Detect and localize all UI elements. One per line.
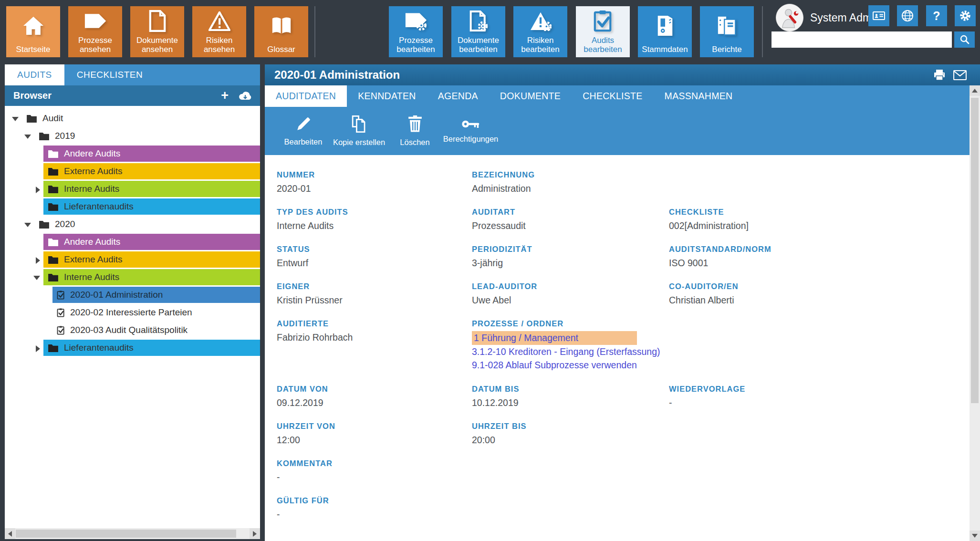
tree-node-andere-audits-2019[interactable]: Andere Audits — [5, 146, 260, 163]
help-icon[interactable]: ? — [926, 5, 947, 26]
nav-dokumente-bearbeiten-button[interactable]: Dokumente bearbeiten — [451, 6, 505, 57]
nav-berichte-button[interactable]: Berichte — [700, 6, 754, 57]
nav-label: Risiken bearbeiten — [513, 36, 567, 54]
tree-node-2019[interactable]: 2019 — [5, 128, 260, 146]
topbar-divider — [762, 6, 763, 57]
field-value: Entwurf — [277, 257, 472, 270]
expand-arrow-icon[interactable] — [33, 276, 40, 280]
add-icon[interactable]: + — [221, 89, 229, 102]
id-card-icon[interactable] — [868, 5, 889, 26]
browser-header: Browser + — [5, 85, 260, 106]
nav-glossar-button[interactable]: Glossar — [254, 6, 308, 57]
nav-risiken-ansehen-button[interactable]: Risiken ansehen — [192, 6, 246, 57]
folder-icon — [48, 185, 59, 193]
field-label: AUDITSTANDARD/NORM — [669, 244, 970, 254]
field-row: UHRZEIT VON 12:00 UHRZEIT BIS 20:00 — [277, 421, 970, 447]
top-bar: Startseite Prozesse ansehen Dokumente an… — [0, 0, 980, 63]
nav-prozesse-ansehen-button[interactable]: Prozesse ansehen — [68, 6, 122, 57]
tree-node-externe-audits-2019[interactable]: Externe Audits — [5, 163, 260, 181]
glossary-book-icon — [254, 6, 308, 45]
tree-node-audit[interactable]: Audit — [5, 110, 260, 128]
expand-arrow-icon[interactable] — [36, 187, 40, 193]
field-value: Administration — [472, 182, 669, 195]
expand-arrow-icon[interactable] — [36, 257, 40, 264]
kopie-erstellen-button[interactable]: Kopie erstellen — [331, 107, 387, 155]
scrollbar-thumb[interactable] — [16, 530, 236, 538]
nav-prozesse-bearbeiten-button[interactable]: Prozesse bearbeiten — [389, 6, 443, 57]
expand-arrow-icon[interactable] — [12, 117, 19, 121]
tab-dokumente[interactable]: DOKUMENTE — [489, 85, 572, 107]
settings-gear-icon[interactable] — [955, 5, 976, 26]
risk-warning-icon — [192, 6, 246, 36]
tree-node-2020[interactable]: 2020 — [5, 216, 260, 234]
folder-icon — [48, 202, 59, 211]
mail-icon[interactable] — [953, 70, 967, 80]
main-vertical-scrollbar[interactable] — [970, 85, 980, 541]
scroll-down-button[interactable] — [970, 531, 980, 541]
globe-icon[interactable] — [897, 5, 918, 26]
nav-risiken-bearbeiten-button[interactable]: Risiken bearbeiten — [513, 6, 567, 57]
tab-kenndaten[interactable]: KENNDATEN — [347, 85, 427, 107]
nav-label: Prozesse ansehen — [68, 36, 122, 54]
folder-icon — [48, 343, 59, 352]
tab-auditdaten[interactable]: AUDITDATEN — [265, 85, 347, 107]
tree-node-lieferantenaudits-2019[interactable]: Lieferantenaudits — [5, 198, 260, 216]
expand-arrow-icon[interactable] — [36, 345, 40, 352]
audit-item-icon — [57, 308, 65, 318]
process-link[interactable]: 3.1.2-10 Kreditoren - Eingang (Ersterfas… — [472, 345, 660, 359]
tree-item-2020-03-audit-qualitaetspolitik[interactable]: 2020-03 Audit Qualitätspolitik — [5, 322, 260, 340]
tree-node-interne-audits-2019[interactable]: Interne Audits — [5, 181, 260, 198]
binder-icon — [638, 6, 692, 45]
tab-checkliste[interactable]: CHECKLISTE — [572, 85, 653, 107]
user-avatar[interactable] — [776, 4, 803, 31]
tree-item-2020-02-interessierte-parteien[interactable]: 2020-02 Interessierte Parteien — [5, 304, 260, 322]
scroll-left-button[interactable] — [5, 528, 15, 539]
scroll-right-button[interactable] — [250, 528, 260, 539]
tree-node-interne-audits-2020[interactable]: Interne Audits — [5, 269, 260, 287]
field-label: GÜLTIG FÜR — [277, 496, 472, 505]
field-eigner: EIGNER Kristin Prüssner — [277, 281, 472, 307]
process-link[interactable]: 9.1-028 Ablauf Subprozesse verwenden — [472, 358, 637, 372]
search-button[interactable] — [954, 31, 975, 48]
search-input[interactable] — [771, 31, 952, 48]
tab-massnahmen[interactable]: MASSNAHMEN — [654, 85, 744, 107]
field-row: NUMMER 2020-01 BEZEICHNUNG Administratio… — [277, 170, 970, 195]
nav-label: Risiken ansehen — [192, 36, 246, 54]
nav-label: Audits bearbeiten — [576, 36, 630, 54]
tab-checklisten[interactable]: CHECKLISTEN — [64, 64, 156, 85]
nav-label: Dokumente bearbeiten — [451, 36, 505, 54]
nav-stammdaten-button[interactable]: Stammdaten — [638, 6, 692, 57]
process-link[interactable]: 1 Führung / Management — [472, 331, 637, 345]
main-panel: 2020-01 Administration AUDITDATEN KENNDA… — [265, 64, 980, 541]
nav-startseite-button[interactable]: Startseite — [6, 6, 60, 57]
field-label: PROZESSE / ORDNER — [472, 319, 669, 328]
tab-agenda[interactable]: AGENDA — [427, 85, 489, 107]
print-icon[interactable] — [933, 69, 946, 81]
field-periodizitaet: PERIODIZITÄT 3-jährig — [472, 244, 669, 270]
nav-dokumente-ansehen-button[interactable]: Dokumente ansehen — [130, 6, 184, 57]
tree-item-2020-01-administration[interactable]: 2020-01 Administration — [5, 287, 260, 304]
field-value: ISO 9001 — [669, 257, 970, 270]
tree-node-andere-audits-2020[interactable]: Andere Audits — [5, 234, 260, 251]
berechtigungen-button[interactable]: Berechtigungen — [443, 107, 499, 155]
scroll-up-button[interactable] — [970, 85, 980, 96]
field-datum-von: DATUM VON 09.12.2019 — [277, 384, 472, 409]
cloud-download-icon[interactable] — [238, 91, 252, 101]
field-label: AUDITIERTE — [277, 319, 472, 328]
field-label: WIEDERVORLAGE — [669, 384, 970, 394]
expand-arrow-icon[interactable] — [24, 135, 31, 139]
expand-arrow-icon[interactable] — [24, 223, 31, 227]
sidebar-horizontal-scrollbar[interactable] — [5, 528, 260, 539]
field-kommentar: KOMMENTAR - — [277, 458, 472, 484]
tab-audits[interactable]: AUDITS — [5, 64, 64, 85]
tree-node-lieferantenaudits-2020[interactable]: Lieferantenaudits — [5, 340, 260, 357]
nav-audits-bearbeiten-button[interactable]: Audits bearbeiten — [576, 6, 630, 57]
process-tag-icon — [68, 6, 122, 36]
loeschen-button[interactable]: Löschen — [387, 107, 443, 155]
tree-node-externe-audits-2020[interactable]: Externe Audits — [5, 251, 260, 269]
field-datum-bis: DATUM BIS 10.12.2019 — [472, 384, 669, 409]
bearbeiten-button[interactable]: Bearbeiten — [275, 107, 331, 155]
field-auditstandard-norm: AUDITSTANDARD/NORM ISO 9001 — [669, 244, 970, 270]
scrollbar-thumb[interactable] — [971, 98, 979, 403]
folder-icon — [39, 220, 50, 229]
